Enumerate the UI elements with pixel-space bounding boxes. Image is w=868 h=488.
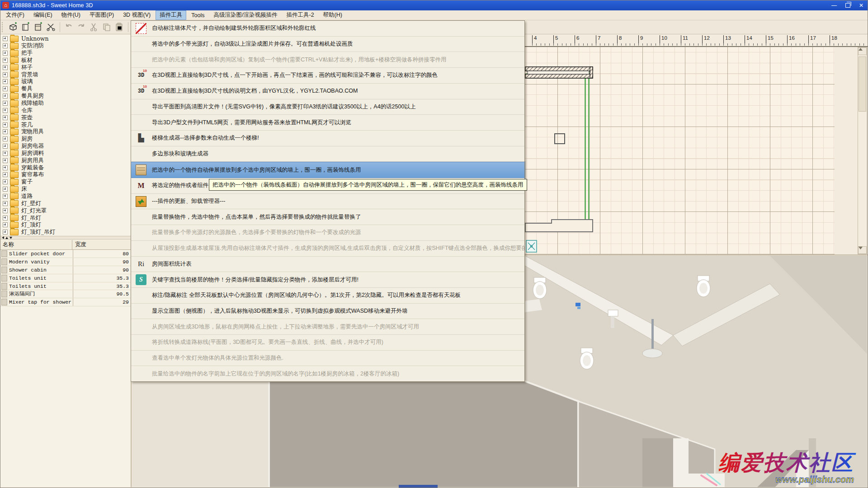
tree-category-row[interactable]: 残障辅助 <box>3 100 131 107</box>
expand-plus-icon[interactable] <box>3 144 8 149</box>
menu-root-item[interactable]: 3D 视图(V) <box>119 10 155 20</box>
plugin-menu-item[interactable]: 标注/隐藏标注 全部天花板默认中心光源位置（房间区域的几何中心）。第1次开，第2… <box>131 288 524 304</box>
plugin-menu-item[interactable]: 将选中的多个带光源灯，自动3级以上渲染成图片并保存。可在普通相机处设画质 <box>131 37 524 52</box>
close-button[interactable]: ✕ <box>854 0 868 10</box>
tree-category-row[interactable]: 灯_灯光罩 <box>3 207 131 214</box>
furniture-row[interactable]: Mixer tap for shower 29 <box>0 298 131 306</box>
expand-plus-icon[interactable] <box>3 108 8 113</box>
tree-category-row[interactable]: 灯_吊灯 <box>3 214 131 221</box>
minimize-button[interactable]: — <box>827 0 841 10</box>
tree-category-row[interactable]: 窗帘幕布 <box>3 171 131 178</box>
expand-plus-icon[interactable] <box>3 101 8 106</box>
tree-category-row[interactable]: 灯_顶灯_吊灯 <box>3 229 131 236</box>
plugin-menu-item[interactable]: 批量替换多个带光源灯的光源颜色，先选择多个要替换的灯物件和一个要改成的光源 <box>131 225 524 241</box>
plan-vertical-scrollbar[interactable] <box>858 47 867 254</box>
toilet[interactable] <box>580 348 594 369</box>
tree-category-row[interactable]: 杯子 <box>3 64 131 71</box>
menu-root-item[interactable]: 文件(F) <box>2 10 28 20</box>
expand-plus-icon[interactable] <box>3 58 8 63</box>
expand-plus-icon[interactable] <box>3 36 8 41</box>
tree-category-row[interactable]: 宠物用具 <box>3 128 131 136</box>
expand-plus-icon[interactable] <box>3 187 8 192</box>
import-texture-button[interactable] <box>33 21 44 33</box>
expand-plus-icon[interactable] <box>3 151 8 156</box>
menu-root-item[interactable]: 物件(U) <box>57 10 85 20</box>
furniture-catalog-tree[interactable]: Unknown 安防消防 把手 板材 杯 <box>0 34 131 236</box>
column-outline[interactable] <box>555 134 565 144</box>
tree-category-row[interactable]: Unknown <box>3 35 131 42</box>
undo-button[interactable] <box>63 21 75 33</box>
toolbar-grip[interactable] <box>2 22 5 32</box>
plugin-menu-item[interactable]: 将折线转换成道路标线(平面图，3D图都可见。要先画一条直线、折线、曲线，并选中才… <box>131 335 524 351</box>
menu-root-item[interactable]: 插件工具 <box>156 10 186 20</box>
tree-category-row[interactable]: 板材 <box>3 57 131 64</box>
menu-root-item[interactable]: 插件工具-2 <box>282 10 318 20</box>
tree-category-row[interactable]: 窗子 <box>3 178 131 186</box>
furniture-row[interactable]: Modern vanity 90 <box>0 258 131 266</box>
plugin-menu-item[interactable]: 从房间区域生成3D地形，鼠标在房间网格点上按住，上下拉动来调整地形，需要先选中一… <box>131 319 524 335</box>
expand-plus-icon[interactable] <box>3 122 8 127</box>
splitter-up-arrow-icon[interactable] <box>5 237 8 239</box>
tree-category-row[interactable]: 仓库 <box>3 107 131 114</box>
tree-category-row[interactable]: 厨房电器 <box>3 143 131 150</box>
menu-root-item[interactable]: 高级渲染图/渲染视频插件 <box>209 10 281 20</box>
furniture-row[interactable]: Toilets unit 35.3 <box>0 282 131 291</box>
tree-category-row[interactable]: 玻璃 <box>3 78 131 85</box>
plugin-menu-item[interactable]: 批量给选中的物件的名字前加上它现在位于的房间区域的名字(比如1楼厨房的冰箱，2楼… <box>131 366 524 381</box>
tree-category-row[interactable]: 灯_壁灯 <box>3 200 131 207</box>
expand-plus-icon[interactable] <box>3 51 8 56</box>
tree-category-row[interactable]: 厨房 <box>3 136 131 143</box>
expand-plus-icon[interactable] <box>3 158 8 163</box>
splitter-down-arrow-icon[interactable] <box>9 237 12 239</box>
expand-plus-icon[interactable] <box>3 86 8 91</box>
furniture-row[interactable]: Shower cabin 90 <box>0 266 131 274</box>
tree-category-row[interactable]: 餐具 <box>3 85 131 93</box>
expand-plus-icon[interactable] <box>3 172 8 177</box>
plugin-menu-item[interactable]: 在3D视图上直接绘制3D尺寸线，点一下开始画，再点一下结束画，画的线可能和渲染不… <box>131 68 524 84</box>
plugin-menu-item[interactable]: 查看选中单个发灯光物体的具体光源位置和光源颜色. <box>131 351 524 366</box>
tree-category-row[interactable]: 灯_顶灯 <box>3 221 131 229</box>
expand-plus-icon[interactable] <box>3 115 8 120</box>
menu-root-item[interactable]: 平面图(P) <box>85 10 118 20</box>
expand-plus-icon[interactable] <box>3 136 8 141</box>
expand-plus-icon[interactable] <box>3 201 8 206</box>
plugin-menu-item[interactable]: 显示立面图（侧视图），进入后鼠标拖动3D视图来显示，可切换到虚拟参观模式WASD… <box>131 304 524 319</box>
furniture-row[interactable]: Slider pocket door 80 <box>0 250 131 258</box>
copy-button[interactable] <box>101 21 113 33</box>
redo-button[interactable] <box>75 21 87 33</box>
tree-category-row[interactable]: 穿戴装备 <box>3 164 131 171</box>
plugin-menu-item[interactable]: 房间面积统计表 <box>131 257 524 272</box>
expand-plus-icon[interactable] <box>3 216 8 221</box>
scroll-up-arrow-icon[interactable] <box>858 47 867 55</box>
scrollbar-thumb[interactable] <box>859 56 866 112</box>
expand-plus-icon[interactable] <box>3 129 8 134</box>
plugin-menu-item[interactable]: 批量替换物件，先选中物件，点击本菜单，然后再选择要替换成的物件就批量替换了 <box>131 209 524 225</box>
hatched-wall[interactable] <box>525 67 593 78</box>
plugin-menu-item[interactable]: 楼梯生成器--选择参数来自动生成一个楼梯! <box>131 131 524 146</box>
furniture-row[interactable]: 淋浴隔间门 90.5 <box>0 290 131 298</box>
expand-plus-icon[interactable] <box>3 79 8 84</box>
catalog-table-splitter[interactable] <box>0 236 131 239</box>
expand-plus-icon[interactable] <box>3 72 8 77</box>
plugin-menu-item[interactable]: 把选中的一个物件自动伸展摆放到多个选中房间区域的墙上，围一圈，画装饰线条用 <box>131 162 524 178</box>
splitter-left-arrow-icon[interactable] <box>2 236 4 239</box>
restore-button[interactable] <box>841 0 854 10</box>
expand-plus-icon[interactable] <box>3 208 8 213</box>
scroll-down-arrow-icon[interactable] <box>858 246 867 254</box>
expand-plus-icon[interactable] <box>3 165 8 170</box>
tree-category-row[interactable]: 安防消防 <box>3 42 131 50</box>
wall-outline[interactable] <box>525 220 593 232</box>
plugin-menu-item[interactable]: 在3D视图上直接绘制3D尺寸线的说明文档，由YGYL汉化，YGYL2.TAOBA… <box>131 84 524 99</box>
cut-button[interactable] <box>88 21 100 33</box>
tree-category-row[interactable]: 把手 <box>3 50 131 57</box>
expand-plus-icon[interactable] <box>3 194 8 199</box>
import-furniture-button[interactable] <box>20 21 32 33</box>
column-header-width[interactable]: 宽度 <box>72 240 131 249</box>
tree-category-row[interactable]: 床 <box>3 186 131 193</box>
plugin-menu-item[interactable]: ---插件的更新、卸载管理器--- <box>131 194 524 210</box>
column-header-name[interactable]: 名称 <box>0 240 72 249</box>
tree-category-row[interactable]: 厨房用具 <box>3 157 131 164</box>
expand-plus-icon[interactable] <box>3 179 8 184</box>
menu-root-item[interactable]: 编辑(E) <box>29 10 57 20</box>
selected-wall-lines[interactable] <box>525 70 589 220</box>
